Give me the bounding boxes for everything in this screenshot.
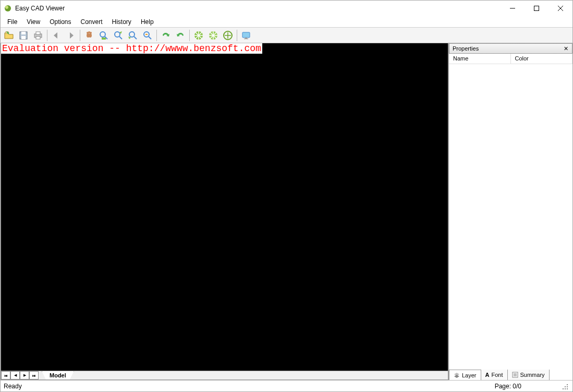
svg-rect-10	[36, 32, 40, 34]
svg-rect-7	[21, 32, 26, 34]
views-1-button[interactable]	[191, 29, 206, 42]
toolbar	[1, 28, 572, 43]
svg-line-23	[134, 36, 137, 39]
properties-tab-layer[interactable]: Layer	[449, 370, 481, 380]
back-button[interactable]	[49, 29, 64, 42]
views-3-button[interactable]	[221, 29, 235, 42]
open-button[interactable]	[2, 29, 16, 42]
svg-line-21	[119, 36, 122, 39]
app-title: Easy CAD Viewer	[15, 5, 65, 12]
properties-panel: Properties ✕ Name Color LayerAFontSummar…	[448, 43, 572, 380]
svg-rect-3	[534, 6, 539, 11]
svg-rect-11	[36, 36, 40, 39]
properties-tab-summary[interactable]: Summary	[508, 370, 550, 380]
font-icon: A	[485, 372, 490, 378]
titlebar: Easy CAD Viewer	[1, 1, 572, 16]
views-3-icon	[223, 30, 233, 41]
redo-icon	[161, 30, 171, 41]
sheet-next-button[interactable]: ▶	[20, 371, 29, 379]
resize-grip-icon[interactable]	[562, 383, 569, 390]
zoom-in-button[interactable]	[96, 29, 111, 42]
zoom-extents-icon	[128, 30, 138, 41]
menu-convert[interactable]: Convert	[76, 17, 107, 27]
svg-rect-8	[21, 36, 26, 39]
sheet-first-button[interactable]: ⏮	[1, 371, 10, 379]
pan-icon	[84, 30, 94, 41]
forward-icon	[66, 30, 76, 41]
zoom-in-icon	[99, 30, 109, 41]
maximize-button[interactable]	[525, 1, 548, 16]
zoom-extents-button[interactable]	[126, 29, 140, 42]
properties-body	[449, 64, 572, 370]
sheet-last-button[interactable]: ⏭	[29, 371, 39, 379]
sheet-prev-button[interactable]: ◀	[10, 371, 20, 379]
window-controls	[501, 1, 572, 16]
menu-options[interactable]: Options	[45, 17, 76, 27]
properties-tabs: LayerAFontSummary	[449, 370, 572, 380]
evaluation-banner: Evaluation version -- http://wwww.benzso…	[1, 43, 262, 54]
properties-close-icon[interactable]: ✕	[563, 45, 569, 52]
menu-help[interactable]: Help	[136, 17, 159, 27]
properties-tab-label: Summary	[520, 372, 545, 378]
evaluation-link[interactable]: http://wwww.benzsoft.com	[126, 43, 261, 54]
save-icon	[18, 30, 29, 41]
open-icon	[4, 30, 14, 41]
close-button[interactable]	[548, 1, 572, 16]
statusbar: Ready Page: 0/0	[1, 380, 572, 391]
redo-button[interactable]	[159, 29, 173, 42]
print-icon	[33, 30, 43, 41]
views-2-icon	[208, 30, 218, 41]
minimize-button[interactable]	[501, 1, 525, 16]
forward-button[interactable]	[64, 29, 78, 42]
back-icon	[51, 30, 62, 41]
display-icon	[241, 30, 251, 41]
column-color[interactable]: Color	[511, 54, 573, 64]
views-1-icon	[193, 30, 204, 41]
svg-line-25	[149, 36, 151, 39]
toolbar-separator	[156, 30, 157, 41]
sheet-tab-model[interactable]: Model	[42, 371, 74, 379]
undo-button[interactable]	[173, 29, 188, 42]
views-2-button[interactable]	[206, 29, 221, 42]
zoom-out-button[interactable]	[111, 29, 126, 42]
column-name[interactable]: Name	[449, 54, 511, 64]
status-page: Page: 0/0	[495, 383, 521, 390]
svg-rect-41	[245, 38, 247, 39]
summary-icon	[512, 372, 518, 378]
toolbar-separator	[80, 30, 80, 41]
properties-tab-font[interactable]: AFont	[481, 370, 508, 380]
svg-rect-42	[244, 39, 248, 39]
toolbar-separator	[189, 30, 190, 41]
svg-rect-40	[242, 32, 250, 38]
drawing-canvas[interactable]: Evaluation version -- http://wwww.benzso…	[1, 43, 448, 371]
print-button[interactable]	[31, 29, 45, 42]
properties-header[interactable]: Properties ✕	[449, 43, 572, 54]
menu-file[interactable]: File	[3, 17, 22, 27]
save-button[interactable]	[16, 29, 31, 42]
zoom-window-icon	[142, 30, 153, 41]
toolbar-separator	[237, 30, 237, 41]
zoom-out-icon	[113, 30, 124, 41]
menu-view[interactable]: View	[22, 17, 45, 27]
undo-icon	[175, 30, 186, 41]
display-button[interactable]	[239, 29, 253, 42]
layer-icon	[454, 372, 460, 378]
toolbar-separator	[47, 30, 47, 41]
properties-tab-label: Layer	[462, 372, 477, 378]
zoom-window-button[interactable]	[140, 29, 155, 42]
app-icon	[4, 4, 12, 13]
svg-point-16	[90, 32, 92, 34]
evaluation-text: Evaluation version --	[2, 43, 126, 54]
menu-history[interactable]: History	[107, 17, 136, 27]
svg-point-22	[129, 32, 135, 37]
status-ready: Ready	[4, 383, 22, 390]
properties-tab-label: Font	[491, 372, 503, 378]
svg-point-13	[89, 33, 92, 38]
pan-button[interactable]	[82, 29, 96, 42]
menubar: FileViewOptionsConvertHistoryHelp	[1, 16, 572, 28]
properties-columns: Name Color	[449, 54, 572, 64]
svg-point-1	[5, 6, 8, 9]
sheet-tab-label: Model	[50, 372, 66, 378]
svg-rect-19	[102, 38, 106, 40]
properties-title: Properties	[453, 45, 479, 52]
